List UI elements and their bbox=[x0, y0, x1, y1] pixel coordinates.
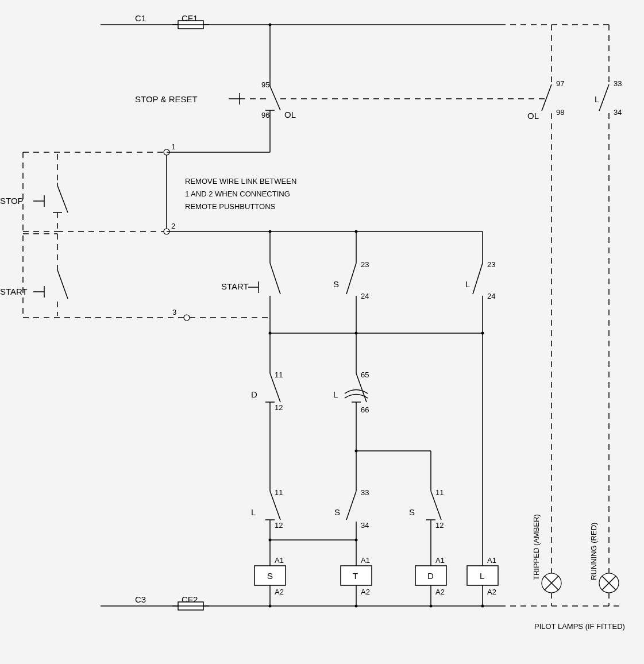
terminal-l65: 65 bbox=[361, 370, 369, 379]
note-line3: REMOTE PUSHBUTTONS bbox=[185, 202, 276, 211]
junction-dot bbox=[269, 539, 272, 542]
terminal-l12: 12 bbox=[275, 521, 283, 530]
contact-no bbox=[599, 84, 609, 111]
terminal-98: 98 bbox=[556, 108, 564, 117]
coil-s-label: S bbox=[267, 571, 273, 581]
contact-no bbox=[473, 263, 483, 294]
terminal-a1-s: A1 bbox=[275, 556, 284, 565]
terminal-s34: 34 bbox=[361, 521, 369, 530]
terminal-snc12: 12 bbox=[435, 521, 444, 530]
label-d-nc: D bbox=[251, 389, 257, 399]
terminal-a1-d: A1 bbox=[435, 556, 445, 565]
label-l-hold: L bbox=[465, 279, 470, 289]
junction-dot bbox=[355, 332, 358, 335]
junction-dot bbox=[269, 605, 272, 608]
label-pilot-note: PILOT LAMPS (IF FITTED) bbox=[534, 622, 625, 631]
junction-dot bbox=[430, 605, 433, 608]
label-c1: C1 bbox=[135, 13, 146, 23]
label-node3: 3 bbox=[172, 308, 176, 316]
terminal-s24: 24 bbox=[361, 292, 369, 300]
junction-dot bbox=[355, 230, 358, 233]
label-tripped: TRIPPED (AMBER) bbox=[532, 514, 541, 580]
junction-dot bbox=[481, 605, 484, 608]
coil-l-label: L bbox=[480, 571, 484, 581]
terminal-33: 33 bbox=[614, 79, 622, 88]
terminal-l11: 11 bbox=[275, 488, 283, 497]
terminal-d12: 12 bbox=[275, 403, 283, 412]
terminal-snc11: 11 bbox=[435, 488, 444, 497]
terminal-95: 95 bbox=[261, 80, 269, 89]
coil-d-label: D bbox=[427, 571, 434, 581]
contact-no bbox=[270, 263, 280, 294]
terminal-a2-l: A2 bbox=[487, 588, 496, 596]
label-l-right: L bbox=[595, 94, 599, 104]
contact-no bbox=[346, 491, 356, 520]
contact-nc bbox=[57, 186, 68, 213]
terminal-l24: 24 bbox=[487, 292, 495, 300]
label-c3: C3 bbox=[135, 594, 146, 604]
terminal-s33: 33 bbox=[361, 488, 369, 497]
timer-icon bbox=[345, 390, 368, 394]
contact-nc bbox=[270, 86, 280, 110]
label-remote-start: START bbox=[0, 287, 28, 296]
note-line1: REMOVE WIRE LINK BETWEEN bbox=[185, 177, 296, 186]
terminal-d11: 11 bbox=[275, 370, 283, 379]
junction-dot bbox=[355, 539, 358, 542]
junction-dot bbox=[269, 24, 272, 26]
note-line2: 1 AND 2 WHEN CONNECTING bbox=[185, 190, 290, 198]
contact-no bbox=[346, 263, 356, 294]
contact-no bbox=[57, 270, 68, 299]
label-remote-stop: STOP bbox=[0, 196, 24, 206]
junction-dot bbox=[481, 332, 484, 335]
label-s-nc: S bbox=[409, 507, 415, 517]
label-l-timer: L bbox=[333, 389, 338, 399]
terminal-a2-t: A2 bbox=[361, 588, 370, 596]
label-ol: OL bbox=[284, 110, 296, 119]
coil-t-label: T bbox=[353, 571, 358, 581]
label-l-nc: L bbox=[251, 507, 256, 517]
terminal-a2-s: A2 bbox=[275, 588, 284, 596]
junction-dot bbox=[269, 332, 272, 335]
terminal-l66: 66 bbox=[361, 406, 369, 414]
junction-dot bbox=[269, 230, 272, 233]
terminal-a1-t: A1 bbox=[361, 556, 370, 565]
terminal-34: 34 bbox=[614, 108, 622, 117]
terminal-l23: 23 bbox=[487, 260, 495, 269]
label-stop-reset: STOP & RESET bbox=[135, 94, 198, 104]
node-3 bbox=[184, 315, 190, 321]
contact-no bbox=[542, 84, 552, 111]
label-node1: 1 bbox=[171, 142, 175, 151]
label-node2: 2 bbox=[171, 222, 175, 230]
terminal-a1-l: A1 bbox=[487, 556, 496, 565]
label-ol-right: OL bbox=[527, 111, 539, 121]
terminal-a2-d: A2 bbox=[435, 588, 445, 596]
label-local-start: START bbox=[221, 281, 249, 291]
terminal-96: 96 bbox=[261, 111, 269, 119]
junction-dot bbox=[355, 605, 358, 608]
terminal-s23: 23 bbox=[361, 260, 369, 269]
junction-dot bbox=[355, 450, 358, 453]
terminal-97: 97 bbox=[556, 79, 564, 88]
label-s-hold: S bbox=[333, 279, 339, 289]
label-running: RUNNING (RED) bbox=[589, 523, 598, 580]
label-s-no: S bbox=[334, 507, 340, 517]
